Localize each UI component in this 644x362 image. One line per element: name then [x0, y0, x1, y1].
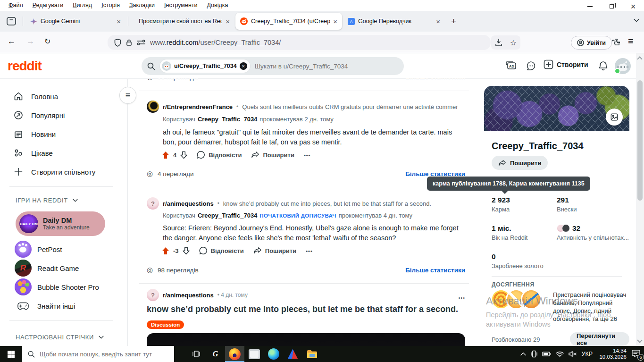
subreddit-name[interactable]: r/animequestions — [163, 200, 214, 207]
page-scrollbar[interactable] — [636, 53, 644, 346]
flair-badge[interactable]: Discussion — [147, 320, 184, 329]
sidebar-item-home[interactable]: Головна — [13, 87, 58, 106]
user-avatar[interactable] — [615, 58, 631, 74]
post-title[interactable]: know she’d probably cut me into pieces, … — [147, 304, 468, 314]
wifi-icon[interactable] — [556, 351, 564, 357]
share-button[interactable]: Поширити — [253, 247, 296, 254]
aimp-taskbar-button[interactable] — [283, 346, 302, 362]
sidebar-item-create-community[interactable]: Створити спільноту — [13, 162, 95, 181]
device-icon[interactable] — [531, 350, 537, 358]
action-center-button[interactable]: 6 — [631, 349, 642, 359]
restore-button[interactable] — [601, 0, 622, 13]
menu-help[interactable]: Довідка — [202, 0, 233, 11]
game-petpost[interactable]: PetPost — [15, 240, 62, 259]
post-header[interactable]: r/animequestions • know she’d probably c… — [147, 197, 431, 210]
byline-username[interactable]: Creepy_Traffic_7034 — [198, 212, 257, 219]
downloads-icon[interactable] — [495, 39, 502, 46]
edit-banner-button[interactable] — [606, 109, 623, 126]
shield-icon[interactable] — [114, 39, 121, 47]
file-explorer-button[interactable] — [302, 346, 322, 362]
downvote-icon[interactable] — [183, 247, 190, 255]
chat-icon[interactable] — [526, 61, 536, 71]
language-indicator[interactable]: УКР — [581, 351, 593, 357]
reply-button[interactable]: Відповісти — [199, 246, 244, 255]
media-app-button[interactable] — [244, 346, 264, 362]
forward-button[interactable] — [26, 37, 34, 46]
sidebar-item-explore[interactable]: Цікаве — [13, 143, 53, 162]
sidebar-item-news[interactable]: Новини — [13, 125, 56, 143]
edge-taskbar-button[interactable] — [264, 346, 283, 362]
tab-creepy-traffic-active[interactable]: Creepy_Traffic_7034 (u/Creepy_ — [235, 13, 342, 30]
tab-close-icon[interactable] — [436, 17, 440, 25]
logitech-ghub-button[interactable] — [206, 346, 225, 362]
more-options-icon[interactable] — [304, 152, 311, 159]
upvote-icon[interactable] — [162, 247, 169, 255]
bookmark-star-icon[interactable] — [510, 38, 517, 47]
url-bar[interactable]: www.reddit.com/user/Creepy_Traffic_7034/ — [108, 35, 491, 50]
minimize-button[interactable] — [579, 0, 601, 13]
subreddit-name[interactable]: r/EntreprendreenFrance — [163, 103, 233, 110]
tab-close-icon[interactable] — [226, 17, 230, 25]
volume-muted-icon[interactable] — [569, 351, 577, 357]
more-stats-link[interactable]: Більше статистики — [405, 79, 465, 81]
custom-feeds-header[interactable]: НАСТРОЮВАНІ СТРІЧКИ — [16, 334, 104, 341]
scroll-up-arrow[interactable] — [637, 56, 642, 61]
back-button[interactable] — [8, 37, 16, 46]
taskbar-search[interactable] — [22, 346, 174, 362]
new-tab-button[interactable] — [445, 16, 462, 26]
reddit-logo[interactable]: reddit — [8, 59, 42, 74]
profile-share-button[interactable]: Поширити — [492, 156, 548, 170]
menu-bookmarks[interactable]: Закладки — [125, 0, 159, 11]
scrollbar-thumb[interactable] — [637, 80, 643, 201]
search-input[interactable] — [255, 63, 373, 70]
menu-view[interactable]: Вигляд — [68, 0, 97, 11]
post-title-inline[interactable]: know she’d probably cut me into pieces, … — [223, 200, 431, 207]
advertise-icon[interactable]: AD — [506, 61, 517, 71]
notifications-bell-icon[interactable] — [598, 61, 608, 71]
post-image[interactable] — [147, 333, 465, 346]
more-options-icon[interactable] — [306, 247, 313, 254]
lock-icon[interactable] — [126, 39, 132, 46]
game-find-more[interactable]: Знайти інші — [15, 296, 75, 315]
menu-history[interactable]: Історія — [97, 0, 125, 11]
sidebar-collapse-button[interactable] — [119, 87, 136, 104]
reload-button[interactable] — [44, 37, 50, 46]
subreddit-name[interactable]: r/animequestions — [163, 292, 214, 299]
chip-remove-icon[interactable] — [240, 62, 247, 70]
upvote-icon[interactable] — [162, 151, 169, 159]
menu-file[interactable]: Файл — [4, 0, 28, 11]
post-header[interactable]: r/animequestions • 4 дн. тому — [147, 289, 248, 301]
byline-username[interactable]: Creepy_Traffic_7034 — [198, 116, 257, 123]
tab-reddit-post[interactable]: Просмотрите свой пост на Reddit — [131, 13, 234, 30]
game-readit[interactable]: Readit Game — [15, 259, 79, 278]
post-title-inline[interactable]: Quels sont les meilleurs outils CRM grat… — [242, 103, 458, 110]
extensions-puzzle-icon[interactable] — [612, 38, 620, 46]
tab-close-icon[interactable] — [117, 17, 121, 25]
create-button[interactable]: Створити — [544, 59, 588, 69]
clock[interactable]: 14:34 10.03.2026 — [597, 348, 627, 360]
reddit-search-bar[interactable]: u/Creepy_Traffic_7034 — [142, 57, 404, 75]
start-button[interactable] — [0, 346, 22, 362]
taskbar-search-input[interactable] — [40, 351, 162, 358]
close-button[interactable] — [622, 0, 644, 13]
battery-icon[interactable] — [542, 351, 551, 357]
permissions-icon[interactable] — [137, 39, 145, 46]
more-stats-link[interactable]: Більше статистики — [405, 267, 465, 274]
share-button[interactable]: Поширити — [251, 151, 294, 159]
firefox-signin-button[interactable]: Увійти — [571, 36, 612, 50]
game-daily-dm-card[interactable]: DAILY DM Daily DM Take an adventure — [16, 211, 105, 236]
achievement-badge-pencil[interactable] — [521, 289, 542, 310]
menu-edit[interactable]: Редагувати — [28, 0, 68, 11]
post-header[interactable]: r/EntreprendreenFrance • Quels sont les … — [147, 101, 458, 113]
firefox-taskbar-button[interactable] — [225, 346, 244, 362]
tab-close-icon[interactable] — [333, 17, 337, 25]
menu-tools[interactable]: Інструменти — [159, 0, 202, 11]
tab-google-translate[interactable]: A Google Переводчик — [343, 13, 445, 30]
more-options-icon[interactable] — [458, 293, 465, 302]
scroll-down-arrow[interactable] — [637, 337, 642, 343]
firefox-view-icon[interactable] — [7, 17, 16, 25]
search-scope-chip[interactable]: u/Creepy_Traffic_7034 — [160, 59, 250, 73]
task-view-button[interactable] — [186, 346, 206, 362]
view-all-button[interactable]: Переглянути все — [570, 332, 629, 346]
hidden-icons-chevron[interactable] — [520, 352, 526, 356]
